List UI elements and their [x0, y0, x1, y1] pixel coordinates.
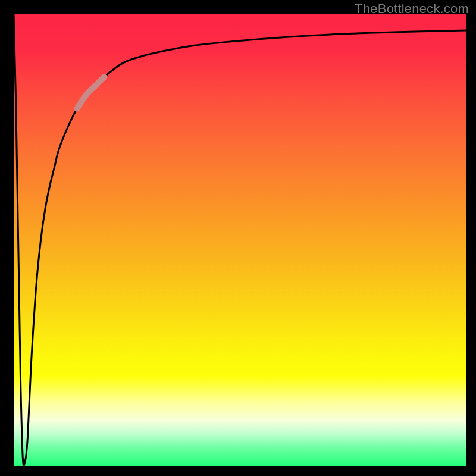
chart-frame: TheBottleneck.com: [0, 0, 476, 476]
curve-svg: [14, 14, 466, 466]
highlight-segment-line: [77, 77, 104, 108]
plot-area: [14, 14, 466, 466]
bottleneck-curve-line: [14, 14, 466, 466]
